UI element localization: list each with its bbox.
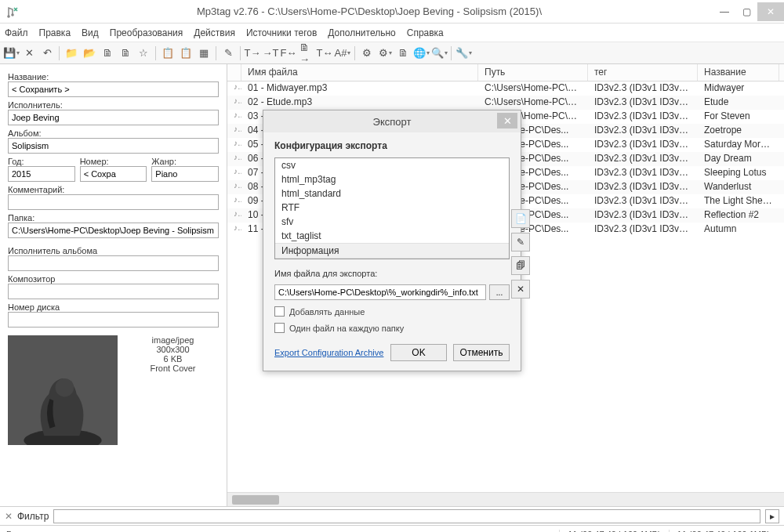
composer-label: Композитор [8,274,219,284]
export-config-list[interactable]: csv html_mp3tag html_standard RTF sfv tx… [274,157,510,259]
folder-label: Папка: [8,213,219,223]
close-button[interactable]: ✕ [757,2,784,21]
comment-label: Комментарий: [8,185,219,194]
album-field[interactable] [8,138,219,154]
audio-file-icon: ♪ [227,124,241,138]
app-icon [6,5,19,18]
quick-actions-icon[interactable]: ⚙▾ [377,45,393,61]
cover-art[interactable] [8,335,118,445]
artist-field[interactable] [8,110,219,125]
audio-file-icon: ♪ [227,152,241,166]
playlist-icon[interactable]: 🗎 [100,45,115,61]
filter-label: Фильтр [17,511,49,522]
comment-field[interactable] [8,194,219,210]
favorite-icon[interactable]: ☆ [136,45,151,61]
disc-label: Номер диска [8,302,219,312]
filename-filename-icon[interactable]: F↔ [281,45,296,61]
status-ready: Готов [6,530,28,533]
col-tag[interactable]: тег [588,64,698,81]
grid-header: Имя файла Путь тег Название [227,64,784,81]
save-tags-icon[interactable]: 💾▾ [3,45,19,61]
audio-file-icon: ♪ [227,194,241,208]
status-selected: 11 (00:47:40 | 109,1MB) [559,530,668,533]
status-total: 11 (00:47:40 | 109,1MB) [669,530,778,533]
extended-tags-icon[interactable]: ✎ [220,45,236,61]
maximize-button[interactable]: ▢ [735,2,757,21]
paste-icon[interactable]: 📋 [178,45,194,61]
col-path[interactable]: Путь [478,64,588,81]
title-field[interactable] [8,81,219,97]
duplicate-config-icon[interactable]: 🗐 [511,256,530,275]
select-all-icon[interactable]: ▦ [196,45,212,61]
per-folder-checkbox[interactable] [274,323,285,333]
audio-file-icon: ♪ [227,208,241,223]
undo-icon[interactable]: ↶ [39,45,55,61]
col-title[interactable]: Название [698,64,779,81]
menubar: Файл Правка Вид Преобразования Действия … [0,24,784,42]
cancel-button[interactable]: Отменить [453,344,510,361]
filename-tag-icon[interactable]: →T [263,45,278,61]
horizontal-scrollbar[interactable] [227,492,784,506]
export-filename-label: Имя файла для экспорта: [274,269,510,278]
menu-file[interactable]: Файл [5,27,28,38]
export-icon[interactable]: 🗎 [395,45,411,61]
remove-tags-icon[interactable]: ✕ [21,45,37,61]
year-field[interactable] [8,166,75,182]
export-archive-link[interactable]: Export Configuration Archive [274,348,384,357]
tag-panel: Название: Исполнитель: Альбом: Год: Номе… [0,64,227,506]
cuesheet-icon[interactable]: 🗎 [118,45,133,61]
menu-actions[interactable]: Действия [194,27,235,38]
audio-file-icon: ♪ [227,81,241,96]
textfile-tag-icon[interactable]: 🗎→ [299,45,314,61]
disc-field[interactable] [8,312,219,328]
col-filename[interactable]: Имя файла [241,64,478,81]
table-row[interactable]: ♪02 - Etude.mp3C:\Users\Home-PC\Des...ID… [227,96,784,110]
menu-help[interactable]: Справка [407,27,444,38]
append-checkbox[interactable] [274,306,285,317]
track-field[interactable] [80,166,147,182]
genre-field[interactable] [151,166,219,182]
menu-convert[interactable]: Преобразования [110,27,183,38]
filter-apply-icon[interactable]: ▸ [765,509,779,523]
edit-config-icon[interactable]: ✎ [511,233,530,252]
albumartist-field[interactable] [8,255,219,271]
dialog-title: Экспорт ✕ [263,110,521,132]
actions-icon[interactable]: ⚙ [359,45,375,61]
tag-tag-icon[interactable]: T↔ [317,45,332,61]
export-filename-field[interactable] [274,284,486,300]
add-dir-icon[interactable]: 📂 [82,45,97,61]
open-dir-icon[interactable]: 📁 [64,45,79,61]
window-title: Mp3tag v2.76 - C:\Users\Home-PC\Desktop\… [25,5,713,17]
new-config-icon[interactable]: 📄 [511,209,530,228]
composer-field[interactable] [8,284,219,299]
delete-config-icon[interactable]: ✕ [511,280,530,299]
audio-file-icon: ♪ [227,110,241,124]
cover-sources-icon[interactable]: 🔍▾ [431,45,447,61]
dialog-close-button[interactable]: ✕ [497,113,517,128]
tools-icon[interactable]: 🔧▾ [456,45,471,61]
title-label: Название: [8,72,219,81]
minimize-button[interactable]: — [713,2,735,21]
artist-label: Исполнитель: [8,100,219,110]
copy-icon[interactable]: 📋 [160,45,176,61]
track-label: Номер: [80,157,147,166]
menu-edit[interactable]: Правка [39,27,71,38]
titlebar: Mp3tag v2.76 - C:\Users\Home-PC\Desktop\… [0,0,784,24]
year-label: Год: [8,157,75,166]
filter-clear-icon[interactable]: ✕ [5,511,13,522]
table-row[interactable]: ♪01 - Midwayer.mp3C:\Users\Home-PC\Des..… [227,81,784,96]
folder-field[interactable] [8,223,219,238]
menu-extras[interactable]: Дополнительно [328,27,395,38]
svg-point-1 [11,13,14,16]
filter-input[interactable] [53,509,760,523]
toolbar: 💾▾ ✕ ↶ 📁 📂 🗎 🗎 ☆ 📋 📋 ▦ ✎ T→ →T F↔ 🗎→ T↔ … [0,42,784,64]
ok-button[interactable]: OK [390,344,447,361]
svg-point-0 [7,15,10,18]
autonumber-icon[interactable]: A#▾ [335,45,350,61]
browse-button[interactable]: ... [489,284,510,300]
menu-view[interactable]: Вид [82,27,99,38]
tag-filename-icon[interactable]: T→ [245,45,260,61]
filter-bar: ✕ Фильтр ▸ [0,506,784,525]
menu-tag-sources[interactable]: Источники тегов [246,27,317,38]
tag-sources-icon[interactable]: 🌐▾ [413,45,429,61]
